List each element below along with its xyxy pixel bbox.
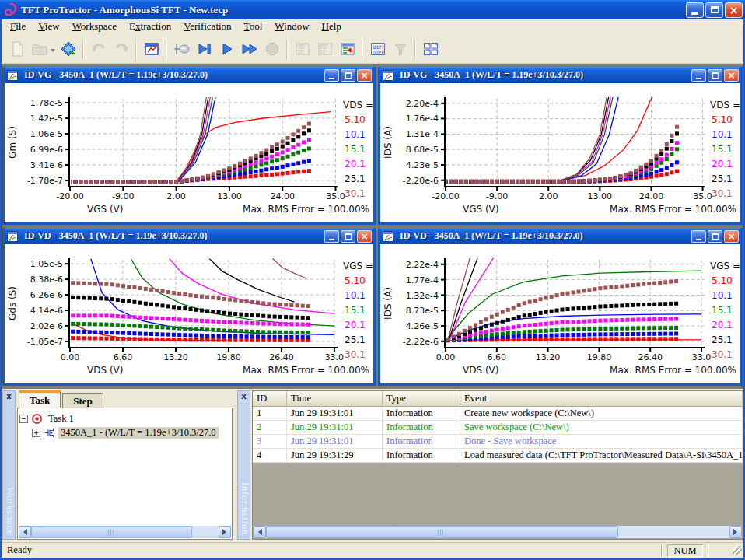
refresh-list-button[interactable] (337, 39, 358, 60)
chart-window-title-bar[interactable]: ID-VG - 3450A_1 (W/L/T = 1.19e+3/10.3/27… (380, 67, 740, 83)
tile-windows-button[interactable] (420, 39, 441, 60)
svg-text:20.1: 20.1 (712, 320, 733, 331)
svg-text:VGS =: VGS = (343, 261, 373, 271)
new-file-icon (9, 40, 26, 58)
toolbar-separator (135, 40, 137, 59)
scroll-left-button[interactable] (19, 526, 31, 538)
scroll-right-button[interactable] (219, 526, 231, 538)
chart-plot-area[interactable]: 2.20e-41.76e-41.31e-48.68e-54.23e-5-2.20… (380, 83, 740, 222)
close-workspace-panel-button[interactable]: x (5, 392, 13, 401)
svg-text:4.26e-5: 4.26e-5 (406, 321, 439, 331)
svg-text:-9.00: -9.00 (486, 191, 508, 201)
minimize-button[interactable] (324, 69, 339, 82)
minimize-button[interactable] (691, 230, 706, 243)
menu-file[interactable]: File (4, 19, 32, 34)
tab-step[interactable]: Step (62, 393, 103, 408)
chart-plot-area[interactable]: 2.22e-41.77e-41.32e-48.73e-54.26e-5-2.22… (380, 244, 740, 383)
menu-tool[interactable]: Tool (238, 19, 269, 34)
minimize-button[interactable] (324, 230, 339, 243)
menu-extraction[interactable]: Extraction (123, 19, 177, 34)
svg-text:IDS (A): IDS (A) (383, 287, 393, 320)
maximize-button[interactable] (705, 2, 723, 18)
svg-text:19.80: 19.80 (587, 352, 612, 362)
open-dropdown-arrow-icon[interactable] (51, 49, 55, 54)
event-log-row[interactable]: 4Jun 29 19:31:29InformationLoad measured… (253, 449, 743, 463)
menu-verification[interactable]: Verification (177, 19, 237, 34)
maximize-button[interactable] (341, 69, 355, 82)
close-button[interactable]: × (725, 2, 743, 18)
svg-text:VGS (V): VGS (V) (463, 204, 499, 215)
chart-canvas-3: 2.22e-41.77e-41.32e-48.73e-54.26e-5-2.22… (380, 244, 740, 383)
tree-item-label[interactable]: Task 1 (46, 413, 76, 425)
resize-grip[interactable] (733, 546, 742, 555)
svg-text:8.68e-5: 8.68e-5 (406, 145, 439, 155)
maximize-button[interactable] (708, 69, 722, 82)
run-button[interactable] (216, 39, 237, 60)
workspace-hscrollbar[interactable] (19, 526, 231, 538)
window-frame-left (0, 19, 2, 560)
chart-canvas-2: 1.05e-58.38e-66.26e-64.14e-62.02e-6-1.05… (5, 244, 373, 383)
close-button[interactable]: × (357, 69, 372, 82)
tree-item[interactable]: −Task 1 (19, 411, 230, 425)
chart-plot-area[interactable]: 1.78e-51.42e-51.06e-56.99e-63.41e-6-1.78… (5, 83, 373, 222)
probe-button[interactable] (171, 39, 192, 60)
close-button[interactable]: × (357, 230, 372, 243)
scroll-track[interactable] (266, 526, 729, 538)
maximize-button[interactable] (341, 230, 355, 243)
chart-window-title-bar[interactable]: ID-VD - 3450A_1 (W/L/T = 1.19e+3/10.3/27… (380, 228, 740, 244)
scroll-right-button[interactable] (729, 526, 742, 538)
event-log-row[interactable]: 2Jun 29 19:31:01InformationSave workspac… (253, 421, 743, 435)
information-hscrollbar[interactable] (254, 526, 742, 538)
toolbar-separator (166, 40, 167, 59)
close-icon: × (729, 5, 739, 16)
column-header-type[interactable]: Type (383, 391, 460, 406)
scroll-thumb[interactable] (266, 526, 618, 538)
svg-text:-9.00: -9.00 (112, 191, 134, 201)
chart-window-idvd-ids: ID-VD - 3450A_1 (W/L/T = 1.19e+3/10.3/27… (378, 228, 743, 386)
tab-task[interactable]: Task (19, 390, 61, 408)
cell-id: 4 (253, 449, 287, 462)
tree-item[interactable]: +3450A_1 - (W/L/T = 1.19e+3/10.3/27.0 (32, 425, 230, 439)
close-button[interactable]: × (724, 69, 739, 82)
chart-window-title-bar[interactable]: ID-VD - 3450A_1 (W/L/T = 1.19e+3/10.3/27… (5, 228, 373, 244)
run-all-button[interactable] (239, 39, 260, 60)
svg-text:Gm (S): Gm (S) (7, 126, 18, 159)
svg-text:19.80: 19.80 (216, 352, 241, 362)
menu-window[interactable]: Window (268, 19, 315, 34)
expand-icon[interactable]: + (32, 429, 40, 437)
column-header-time[interactable]: Time (287, 391, 383, 406)
event-log-row[interactable]: 1Jun 29 19:31:01InformationCreate new wo… (253, 407, 743, 421)
toolbar-separator (286, 40, 288, 59)
column-header-event[interactable]: Event (460, 391, 743, 406)
chart-plot-area[interactable]: 1.05e-58.38e-66.26e-64.14e-62.02e-6-1.05… (5, 244, 373, 383)
menu-workspace[interactable]: Workspace (66, 19, 123, 34)
event-log-row[interactable]: 3Jun 29 19:31:01InformationDone - Save w… (253, 435, 743, 449)
svg-text:1.42e-5: 1.42e-5 (30, 114, 63, 124)
new-chart-window-button[interactable] (141, 39, 162, 60)
save-workspace-button[interactable] (58, 39, 79, 60)
new-chart-window-icon (143, 40, 160, 58)
svg-text:5.10: 5.10 (345, 114, 366, 125)
scroll-track[interactable] (31, 526, 219, 538)
tree-item-label[interactable]: 3450A_1 - (W/L/T = 1.19e+3/10.3/27.0 (58, 427, 219, 439)
column-header-id[interactable]: ID (253, 391, 287, 406)
chart-window-icon (7, 70, 18, 81)
information-panel-strip: x Information (237, 390, 250, 540)
collapse-icon[interactable]: − (19, 415, 28, 423)
step-run-button[interactable] (194, 39, 215, 60)
maximize-button[interactable] (708, 230, 722, 243)
chart-window-title-bar[interactable]: ID-VG - 3450A_1 (W/L/T = 1.19e+3/10.3/27… (5, 67, 373, 83)
scroll-thumb[interactable] (31, 526, 192, 538)
svg-text:0.00: 0.00 (61, 352, 80, 362)
close-information-panel-button[interactable]: x (240, 392, 248, 401)
scroll-left-button[interactable] (254, 526, 266, 538)
parameters-button[interactable]: D1D27?EK (367, 39, 388, 60)
close-button[interactable]: × (724, 230, 739, 243)
minimize-button[interactable] (686, 2, 704, 18)
minimize-button[interactable] (691, 69, 706, 82)
menu-help[interactable]: Help (316, 19, 348, 34)
information-panel-caption: Information (239, 482, 250, 535)
svg-text:8.38e-6: 8.38e-6 (30, 275, 63, 285)
report-1-icon (294, 40, 311, 58)
menu-view[interactable]: View (32, 19, 65, 34)
